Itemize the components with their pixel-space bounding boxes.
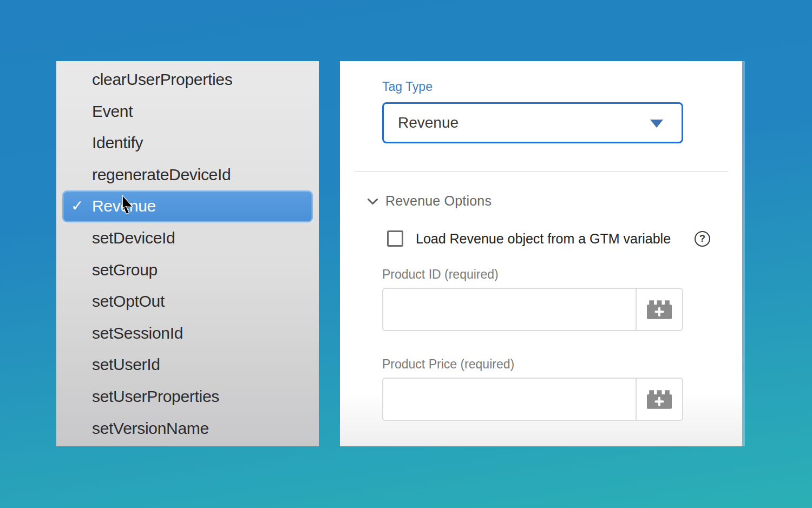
product-price-field: [382, 378, 683, 421]
menu-item-setuserid[interactable]: setUserId: [56, 349, 319, 381]
desktop-background: clearUserProperties Event Identify regen…: [0, 0, 812, 508]
product-price-variable-picker-button[interactable]: [636, 379, 682, 420]
brick-plus-icon: [647, 390, 672, 410]
dropdown-caret-icon: [650, 120, 663, 128]
menu-item-regeneratedeviceid[interactable]: regenerateDeviceId: [56, 159, 319, 191]
tag-type-selected-value: Revenue: [398, 114, 459, 131]
load-revenue-row: Load Revenue object from a GTM variable …: [340, 230, 742, 248]
product-price-label: Product Price (required): [382, 357, 514, 372]
menu-item-revenue-selected[interactable]: ✓ Revenue: [62, 190, 313, 222]
menu-list: clearUserProperties Event Identify regen…: [56, 61, 319, 444]
scrollbar-track[interactable]: [742, 61, 745, 446]
menu-item-clearuserproperties[interactable]: clearUserProperties: [56, 64, 319, 96]
menu-item-setoptout[interactable]: setOptOut: [56, 286, 319, 318]
product-id-label: Product ID (required): [382, 267, 499, 282]
menu-item-identify[interactable]: Identify: [56, 127, 319, 159]
section-divider: [354, 171, 728, 172]
product-id-input[interactable]: [383, 289, 636, 330]
menu-item-setdeviceid[interactable]: setDeviceId: [56, 222, 319, 254]
tag-type-dropdown[interactable]: Revenue: [382, 102, 683, 143]
menu-item-setgroup[interactable]: setGroup: [56, 254, 319, 286]
tag-configuration-panel: Tag Type Revenue Revenue Options Load Re…: [340, 61, 742, 446]
product-id-variable-picker-button[interactable]: [636, 289, 682, 330]
menu-item-setsessionid[interactable]: setSessionId: [56, 318, 319, 349]
brick-plus-icon: [647, 300, 672, 320]
menu-item-event[interactable]: Event: [56, 96, 319, 128]
load-revenue-checkbox[interactable]: [387, 230, 403, 247]
menu-item-setuserproperties[interactable]: setUserProperties: [56, 381, 319, 413]
tag-type-label: Tag Type: [382, 80, 433, 94]
section-title: Revenue Options: [385, 193, 492, 209]
help-icon[interactable]: ?: [695, 231, 710, 247]
load-revenue-checkbox-label: Load Revenue object from a GTM variable: [416, 231, 671, 247]
tag-type-options-menu: clearUserProperties Event Identify regen…: [56, 61, 319, 446]
menu-item-setversionname[interactable]: setVersionName: [56, 413, 319, 445]
product-price-input[interactable]: [383, 379, 636, 420]
chevron-down-icon[interactable]: [367, 198, 378, 206]
menu-item-label: Revenue: [92, 197, 156, 215]
checkmark-icon: ✓: [71, 190, 83, 222]
product-id-field: [382, 288, 683, 331]
revenue-options-header: Revenue Options: [367, 193, 492, 209]
